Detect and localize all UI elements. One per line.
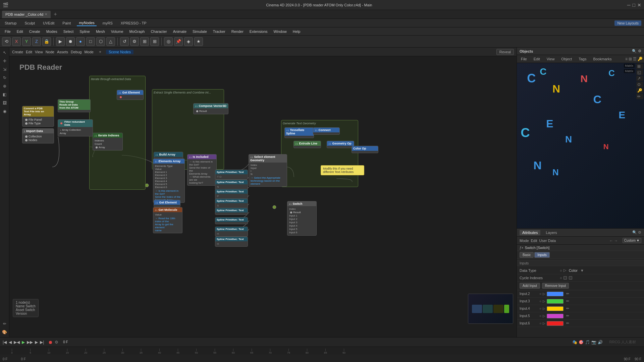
tool-model[interactable]: ◧ — [1, 91, 8, 98]
menu-create[interactable]: Create — [26, 29, 43, 34]
node-spline-text-5[interactable]: Spline Primitive: Text — [215, 208, 248, 215]
new-tab-btn[interactable]: ＋ — [53, 11, 58, 18]
tool-snap[interactable]: ⊞ — [150, 37, 159, 46]
tool-y[interactable]: Y — [22, 37, 31, 46]
layout-startup[interactable]: Startup — [3, 20, 18, 26]
attr-inputs-tab[interactable]: Inputs — [534, 252, 549, 258]
data-type-icon1[interactable]: ○ — [560, 268, 562, 273]
node-spline-text-1[interactable]: Spline Primitive: Text T O — [215, 170, 248, 180]
transport-play[interactable]: ▶ — [22, 340, 25, 345]
remove-input-btn[interactable]: Remove Input — [542, 283, 569, 289]
node-elements-array[interactable]: ↓↓ Elements Array Elements Type Value El… — [153, 159, 185, 203]
tool-geo2[interactable]: △ — [106, 37, 115, 46]
attr-userdata-btn[interactable]: User Data — [539, 239, 556, 243]
obj-icon4[interactable]: 🔑 — [638, 57, 643, 61]
tool-play[interactable]: ▶ — [56, 37, 65, 46]
add-input-btn[interactable]: Add Input — [520, 283, 540, 289]
menu-mograph[interactable]: MoGraph — [127, 29, 148, 34]
tool-brush[interactable]: ✏ — [1, 320, 8, 327]
node-get-element-bl[interactable]: ↓↓ Get Element — [154, 200, 180, 207]
layout-myrs[interactable]: myRS — [101, 20, 115, 26]
input3-color[interactable] — [547, 299, 564, 304]
ne-create[interactable]: Create — [12, 50, 23, 54]
node-get-molecule[interactable]: ↓↓ Get Molecule Value → Read the 19th in… — [153, 207, 182, 233]
ne-debug[interactable]: Debug — [71, 50, 82, 54]
transport-to-end[interactable]: ▶| — [40, 340, 44, 345]
node-tessellate-spline[interactable]: ↓↓ Tessellate Spline — [284, 127, 314, 138]
input2-edit[interactable]: ✏ — [566, 292, 569, 296]
input2-icon1[interactable]: ○ — [539, 292, 541, 296]
layout-uvedit[interactable]: UVEdit — [41, 20, 56, 26]
record-settings[interactable]: ⚙ — [55, 340, 58, 345]
node-canvas[interactable]: PDB Reader — [9, 56, 517, 337]
tool-select[interactable]: ↖ — [1, 49, 8, 56]
ne-mode[interactable]: Mode — [84, 50, 94, 54]
attr-mode-btn[interactable]: Mode — [520, 239, 529, 243]
ne-edit[interactable]: Edit — [26, 50, 32, 54]
transport-prev[interactable]: ▶◀ — [14, 340, 20, 345]
input2-icon2[interactable]: ▷ — [543, 292, 545, 296]
tool-grid[interactable]: ⊞ — [140, 37, 149, 46]
layout-sculpt[interactable]: Sculpt — [22, 20, 37, 26]
input4-color[interactable] — [547, 306, 564, 311]
vp-ctrl5[interactable]: 🔑 — [636, 88, 643, 93]
transport-next-frame[interactable]: ▶ — [35, 340, 38, 345]
menu-character[interactable]: Character — [148, 29, 169, 34]
cycle-checkbox[interactable] — [564, 276, 567, 280]
tab-close-btn[interactable]: ✕ — [45, 12, 47, 16]
node-select-geometry[interactable]: ↓↓ Select element Geometry IndexInputIN … — [249, 154, 287, 187]
tool-settings[interactable]: ⚙ — [130, 37, 139, 46]
tab-view-obj[interactable]: View — [544, 56, 557, 62]
menu-help[interactable]: Help — [290, 29, 303, 34]
tl-icon4[interactable]: 📷 — [591, 340, 596, 345]
menu-render[interactable]: Render — [229, 29, 246, 34]
node-geometry-op[interactable]: ↓↓ Geometry Op — [327, 141, 354, 148]
input6-icon1[interactable]: ○ — [539, 321, 541, 325]
cycle-icon1[interactable]: ○ — [560, 276, 562, 280]
node-spline-text-3[interactable]: Spline Primitive: Text P — [215, 189, 248, 199]
node-connect[interactable]: ↓↓ Connect — [313, 127, 340, 135]
layout-paint[interactable]: Paint — [60, 20, 73, 26]
menu-modes[interactable]: Modes — [44, 29, 60, 34]
ne-add-btn[interactable]: ＋ — [98, 49, 102, 54]
input3-icon2[interactable]: ▷ — [543, 299, 545, 303]
menu-mesh[interactable]: Mesh — [93, 29, 108, 34]
menu-edit[interactable]: Edit — [14, 29, 26, 34]
input5-edit[interactable]: ✏ — [566, 314, 569, 318]
layout-mynodes[interactable]: myNodes — [77, 20, 96, 26]
minimize-btn[interactable]: ─ — [627, 2, 631, 8]
menu-tracker[interactable]: Tracker — [210, 29, 228, 34]
attr-tab-layers[interactable]: Layers — [543, 230, 559, 235]
menu-select[interactable]: Select — [61, 29, 76, 34]
node-spline-text-8[interactable]: Spline Primitive: Text H — [215, 237, 248, 247]
maximize-btn[interactable]: □ — [633, 2, 635, 8]
tab-tags[interactable]: Tags — [576, 56, 589, 62]
settings-icon-objects[interactable]: ⚙ — [638, 49, 641, 53]
record-btn[interactable]: ⏺ — [48, 340, 53, 345]
transport-prev-frame[interactable]: ◀ — [9, 340, 12, 345]
tool-record[interactable]: ⏺ — [66, 37, 75, 46]
viewport-3d[interactable]: C C N N C C E C E N N N N ⊞ ◱ ↗ ⊙ 🔑 — [517, 63, 644, 228]
tool-circle[interactable]: ◎ — [164, 37, 173, 46]
node-iterate-indexes[interactable]: ↓↓ Iterate Indexes Indexes Count Array — [93, 133, 123, 150]
node-this-group[interactable]: This GroupReads all Datafrom the ATOM — [58, 99, 91, 112]
input5-icon2[interactable]: ▷ — [543, 314, 545, 318]
menu-animate[interactable]: Animate — [170, 29, 189, 34]
vp-ctrl4[interactable]: ⊙ — [636, 82, 643, 87]
layout-xpresso[interactable]: XPRESSO - TP — [119, 20, 149, 26]
input6-edit[interactable]: ✏ — [566, 321, 569, 325]
tool-cube[interactable]: □ — [86, 37, 95, 46]
tl-icon1[interactable]: 🎭 — [572, 340, 577, 345]
tool-pin[interactable]: 📌 — [174, 37, 183, 46]
vp-ctrl2[interactable]: ◱ — [636, 70, 643, 75]
menu-window[interactable]: Window — [271, 29, 289, 34]
attr-edit-btn[interactable]: Edit — [531, 239, 537, 243]
node-spline-text-7[interactable]: Spline Primitive: Text H — [215, 227, 248, 237]
input3-icon1[interactable]: ○ — [539, 299, 541, 303]
ne-assets[interactable]: Assets — [57, 50, 68, 54]
tool-transform[interactable]: ⊕ — [1, 82, 8, 90]
node-spline-text-4[interactable]: Spline Primitive: Text S — [215, 198, 248, 208]
node-spline-text-2[interactable]: Spline Primitive: Text N — [215, 180, 248, 190]
vp-ctrl6[interactable]: ✏ — [636, 94, 643, 99]
menu-spline[interactable]: Spline — [77, 29, 93, 34]
